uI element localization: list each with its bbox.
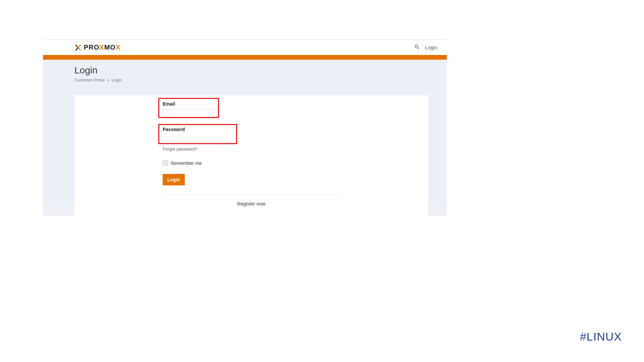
login-card: Email Password Forgot password? Remember… xyxy=(74,95,428,216)
email-label: Email xyxy=(163,101,340,107)
svg-line-1 xyxy=(418,48,419,49)
register-link[interactable]: Register now xyxy=(163,201,340,206)
brand-text: PROXMOX xyxy=(84,44,120,51)
header-login-link[interactable]: Login xyxy=(425,45,437,50)
email-input[interactable] xyxy=(163,109,214,119)
breadcrumb-root[interactable]: Customer Portal xyxy=(74,78,105,82)
title-area: Login Customer Portal » Login xyxy=(43,60,447,88)
password-label: Password xyxy=(163,127,340,132)
hashtag-label: #LINUX xyxy=(580,330,622,343)
remember-label: Remember me xyxy=(171,161,202,166)
header-bar: PROXMOX Login xyxy=(43,40,447,55)
form-divider xyxy=(163,194,340,194)
svg-point-0 xyxy=(415,45,418,48)
brand-logo[interactable]: PROXMOX xyxy=(74,44,120,51)
breadcrumb-current: Login xyxy=(112,78,122,82)
login-form: Email Password Forgot password? Remember… xyxy=(163,101,340,206)
login-button[interactable]: Login xyxy=(163,174,185,185)
page-title: Login xyxy=(74,65,447,76)
forgot-password-link[interactable]: Forgot password? xyxy=(163,146,198,152)
breadcrumb: Customer Portal » Login xyxy=(74,78,447,82)
brand-x-icon xyxy=(74,44,82,51)
password-field-block: Password xyxy=(163,127,340,143)
remember-row: Remember me xyxy=(163,161,340,166)
page-region: PROXMOX Login Login Customer Portal » Lo… xyxy=(43,40,447,216)
header-right: Login xyxy=(414,44,437,51)
remember-checkbox[interactable] xyxy=(163,161,168,166)
orange-strip xyxy=(43,55,447,60)
search-icon[interactable] xyxy=(414,44,420,51)
breadcrumb-sep: » xyxy=(107,78,109,82)
email-field-block: Email xyxy=(163,101,340,119)
